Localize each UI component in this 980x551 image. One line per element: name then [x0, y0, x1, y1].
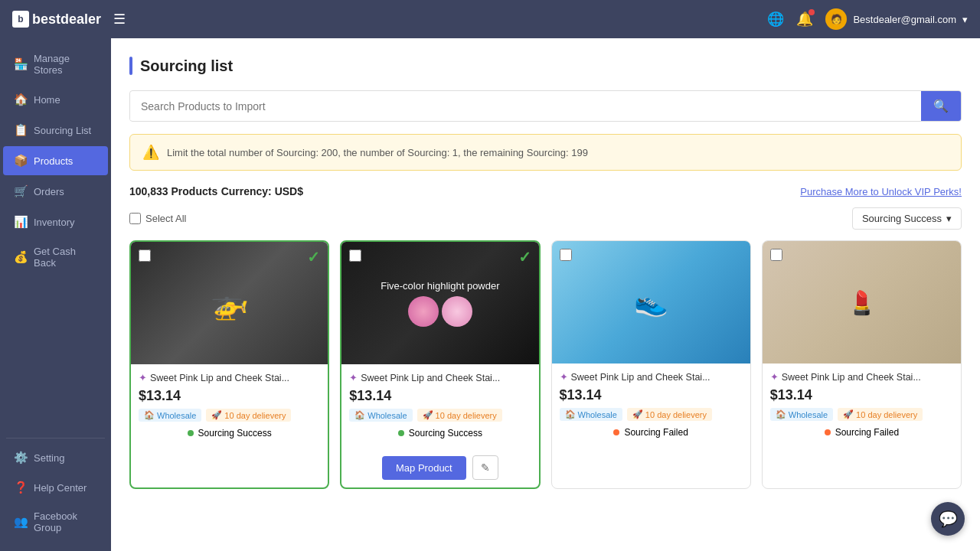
product-grid: ✓ 🚁 ✦ Sweet Pink Lip and Cheek Stai... $…	[129, 240, 962, 489]
sidebar: 🏪 Manage Stores 🏠 Home 📋 Sourcing List 📦…	[0, 38, 111, 551]
sidebar-item-sourcing-list[interactable]: 📋 Sourcing List	[3, 116, 108, 145]
product-badge-icon: ✦	[349, 372, 358, 383]
avatar: 🧑	[825, 8, 847, 30]
status-text: Sourcing Success	[198, 428, 272, 439]
vip-link[interactable]: Purchase More to Unlock VIP Perks!	[800, 186, 962, 197]
sidebar-item-label: Help Center	[34, 482, 87, 494]
search-input[interactable]	[130, 93, 921, 120]
product-price: $13.14	[349, 388, 531, 404]
sidebar-item-setting[interactable]: ⚙️ Setting	[3, 443, 108, 472]
currency-label: Currency: USD$	[221, 185, 303, 197]
chat-button[interactable]: 💬	[931, 502, 965, 536]
filter-label: Sourcing Success	[862, 213, 942, 224]
card-checkbox[interactable]	[139, 249, 151, 262]
status-text: Sourcing Failed	[624, 427, 688, 438]
logo[interactable]: b bestdealer	[12, 11, 101, 28]
help-icon: ❓	[14, 481, 28, 494]
sourcing-filter-dropdown[interactable]: Sourcing Success ▾	[852, 207, 962, 230]
setting-icon: ⚙️	[14, 451, 28, 465]
notification-dot	[808, 9, 815, 15]
product-badges: 🏠 Wholesale 🚀 10 day delievery	[349, 409, 531, 422]
chat-icon: 💬	[939, 510, 958, 528]
filter-chevron-icon: ▾	[946, 213, 952, 224]
sidebar-item-orders[interactable]: 🛒 Orders	[3, 177, 108, 206]
sidebar-item-products[interactable]: 📦 Products	[3, 146, 108, 175]
product-status: Sourcing Success	[349, 428, 531, 439]
delivery-badge: 🚀 10 day delievery	[417, 409, 502, 422]
products-icon: 📦	[14, 154, 28, 168]
select-all-checkbox[interactable]	[129, 213, 141, 224]
manage-stores-icon: 🏪	[14, 57, 28, 71]
product-image: 💄	[763, 241, 961, 364]
facebook-icon: 👥	[14, 515, 28, 529]
sidebar-divider	[6, 438, 105, 439]
delivery-badge: 🚀 10 day delievery	[206, 409, 291, 422]
dropdown-icon: ▾	[962, 14, 968, 25]
status-dot-success	[188, 430, 194, 436]
product-price: $13.14	[560, 387, 743, 403]
sidebar-item-get-cash-back[interactable]: 💰 Get Cash Back	[3, 238, 108, 276]
card-checkbox[interactable]	[770, 249, 782, 261]
product-title: ✦ Sweet Pink Lip and Cheek Stai...	[139, 372, 320, 383]
sidebar-item-help-center[interactable]: ❓ Help Center	[3, 473, 108, 502]
check-mark-icon: ✓	[518, 248, 531, 266]
sidebar-item-label: Products	[34, 155, 73, 167]
product-badges: 🏠 Wholesale 🚀 10 day delievery	[139, 409, 320, 422]
product-card[interactable]: 👟 ✦ Sweet Pink Lip and Cheek Stai... $13…	[551, 240, 751, 489]
product-badges: 🏠 Wholesale 🚀 10 day delievery	[770, 408, 953, 421]
user-account-menu[interactable]: 🧑 Bestdealer@gmail.com ▾	[825, 8, 968, 30]
status-dot-failed	[613, 429, 619, 435]
product-image: Five-color highlight powder	[341, 242, 538, 364]
notification-bell-icon[interactable]: 🔔	[796, 11, 813, 28]
search-button[interactable]: 🔍	[921, 91, 961, 121]
status-dot-failed	[825, 429, 831, 435]
card-checkbox[interactable]	[560, 249, 572, 261]
sidebar-item-label: Facebook Group	[34, 510, 97, 533]
status-dot-success	[398, 430, 404, 436]
status-text: Sourcing Failed	[835, 427, 899, 438]
home-icon: 🏠	[14, 93, 28, 106]
cash-back-icon: 💰	[14, 250, 28, 264]
sourcing-list-icon: 📋	[14, 123, 28, 137]
product-badge-icon: ✦	[560, 371, 568, 383]
product-status: Sourcing Success	[139, 428, 320, 439]
sidebar-item-label: Sourcing List	[34, 125, 91, 136]
products-header: 100,833 Products Currency: USD$ Purchase…	[129, 184, 962, 198]
product-image: 🚁	[131, 242, 328, 364]
edit-icon: ✎	[481, 461, 490, 474]
alert-banner: ⚠️ Limit the total number of Sourcing: 2…	[129, 134, 962, 171]
main-content: Sourcing list 🔍 ⚠️ Limit the total numbe…	[111, 38, 980, 551]
orders-icon: 🛒	[14, 184, 28, 198]
product-card[interactable]: 💄 ✦ Sweet Pink Lip and Cheek Stai... $13…	[762, 240, 962, 489]
product-badges: 🏠 Wholesale 🚀 10 day delievery	[560, 408, 743, 421]
edit-button[interactable]: ✎	[472, 455, 498, 480]
status-text: Sourcing Success	[409, 428, 482, 439]
sidebar-item-label: Orders	[34, 186, 64, 197]
product-card[interactable]: ✓ 🚁 ✦ Sweet Pink Lip and Cheek Stai... $…	[129, 240, 329, 489]
product-price: $13.14	[770, 387, 953, 403]
sidebar-item-label: Get Cash Back	[34, 246, 97, 269]
card-actions: Map Product ✎	[341, 451, 538, 487]
sidebar-item-manage-stores[interactable]: 🏪 Manage Stores	[3, 45, 108, 83]
wholesale-badge: 🏠 Wholesale	[770, 408, 833, 421]
product-title: ✦ Sweet Pink Lip and Cheek Stai...	[770, 371, 953, 383]
sidebar-item-facebook-group[interactable]: 👥 Facebook Group	[3, 503, 108, 541]
inventory-icon: 📊	[14, 215, 28, 229]
product-card[interactable]: ✓ Five-color highlight powder ✦ Sweet Pi…	[340, 240, 540, 489]
product-badge-icon: ✦	[770, 371, 779, 383]
card-checkbox[interactable]	[349, 249, 361, 262]
delivery-badge: 🚀 10 day delievery	[627, 408, 712, 421]
globe-icon[interactable]: 🌐	[767, 11, 784, 28]
select-all-row: Select All Sourcing Success ▾	[129, 207, 962, 230]
product-badge-icon: ✦	[139, 372, 147, 383]
user-email: Bestdealer@gmail.com	[853, 14, 956, 25]
select-all-label[interactable]: Select All	[129, 213, 186, 224]
hamburger-menu-icon[interactable]: ☰	[113, 11, 126, 28]
select-all-text: Select All	[145, 213, 186, 224]
page-title-row: Sourcing list	[129, 57, 962, 75]
product-title: ✦ Sweet Pink Lip and Cheek Stai...	[349, 372, 531, 383]
sidebar-item-home[interactable]: 🏠 Home	[3, 85, 108, 114]
sidebar-item-inventory[interactable]: 📊 Inventory	[3, 207, 108, 236]
check-mark-icon: ✓	[307, 248, 320, 266]
map-product-button[interactable]: Map Product	[382, 456, 466, 480]
